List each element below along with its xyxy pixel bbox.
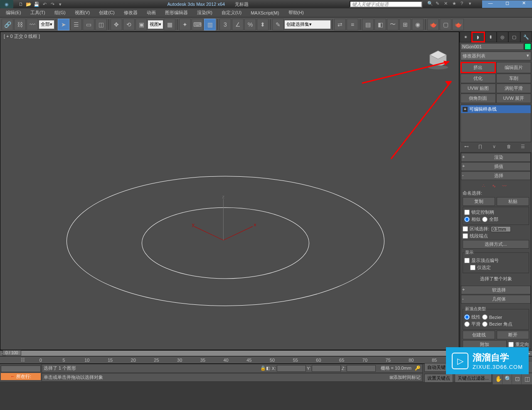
only-selected-checkbox[interactable]: [470, 265, 475, 270]
frame-indicator[interactable]: 0 / 100: [2, 350, 21, 356]
viewcube[interactable]: [426, 49, 451, 69]
all-radio[interactable]: [482, 217, 488, 222]
add-time-tag-button[interactable]: 添加时间标记: [393, 374, 421, 380]
vertex-subobj-icon[interactable]: ∴: [482, 183, 490, 188]
modifier-list-dropdown[interactable]: 修改器列表▾: [461, 52, 531, 60]
script-mini-listener[interactable]: [1, 366, 41, 372]
rotate-icon[interactable]: ⟲: [123, 19, 135, 30]
rollout-geometry[interactable]: -几何体: [461, 295, 531, 304]
exchange-icon[interactable]: ✕: [444, 1, 451, 7]
edit-named-sel-icon[interactable]: ✎: [272, 19, 284, 30]
help-icon[interactable]: ?: [461, 1, 467, 7]
scale-icon[interactable]: ▣: [135, 19, 147, 30]
track-config-icon[interactable]: ☷: [17, 357, 29, 363]
create-line-button[interactable]: 创建线: [463, 331, 495, 339]
maximize-button[interactable]: ◻: [499, 0, 515, 8]
motion-tab-icon[interactable]: ◎: [497, 32, 508, 42]
quick-turbosmooth-button[interactable]: 涡轮平滑: [496, 84, 532, 93]
menu-maxscript[interactable]: MAXScript(M): [246, 10, 283, 16]
hierarchy-tab-icon[interactable]: ⬍: [485, 32, 497, 42]
angle-snap-icon[interactable]: ∠: [232, 19, 244, 30]
rollout-area[interactable]: +渲染 +插值 -选择 ∴ ∿ 〰 命名选择: 复制 粘贴 锁定控制柄 相似: [461, 152, 531, 349]
rollout-soft-selection[interactable]: +软选择: [461, 286, 531, 294]
qat-dropdown-icon[interactable]: ▾: [57, 1, 64, 7]
select-by-button[interactable]: 选择方式...: [463, 240, 529, 249]
menu-modifiers[interactable]: 修改器: [120, 9, 142, 17]
reorient-checkbox[interactable]: [508, 342, 514, 347]
redo-icon[interactable]: ↷: [49, 1, 56, 7]
show-vert-num-checkbox[interactable]: [464, 258, 470, 263]
schematic-view-icon[interactable]: ⊞: [399, 19, 411, 30]
smooth-radio[interactable]: [464, 321, 470, 327]
minimize-button[interactable]: —: [482, 0, 499, 8]
menu-render[interactable]: 渲染(R): [193, 9, 217, 17]
render-icon[interactable]: 🫖: [452, 19, 464, 30]
key-filters-button[interactable]: 关键点过滤器...: [455, 374, 492, 383]
help-drop-icon[interactable]: ▾: [469, 1, 475, 7]
render-setup-icon[interactable]: 🫖: [427, 19, 439, 30]
object-name-input[interactable]: [461, 43, 524, 50]
menu-group[interactable]: 组(G): [50, 9, 70, 17]
unlink-icon[interactable]: ⛓: [14, 19, 26, 30]
pivot-center-icon[interactable]: ▦: [164, 19, 175, 30]
menu-edit[interactable]: 编辑(E): [2, 9, 25, 17]
snap-3d-icon[interactable]: 3: [219, 19, 231, 30]
segment-end-checkbox[interactable]: [463, 233, 468, 239]
quick-lathe-button[interactable]: 车削: [496, 74, 532, 83]
create-tab-icon[interactable]: ✴: [460, 32, 471, 42]
paste-selection-button[interactable]: 粘贴: [497, 197, 529, 206]
move-icon[interactable]: ✥: [111, 19, 122, 30]
help-search-input[interactable]: [350, 1, 422, 7]
app-icon[interactable]: ◉: [0, 0, 13, 8]
remove-modifier-icon[interactable]: 🗑: [507, 144, 513, 151]
named-selection-dropdown[interactable]: 创建选择集 ▾: [285, 20, 330, 29]
layer-manager-icon[interactable]: ▤: [362, 19, 374, 30]
modify-tab-icon[interactable]: ◗: [471, 32, 485, 42]
keyboard-shortcut-icon[interactable]: ⌨: [192, 19, 203, 30]
make-unique-icon[interactable]: ∨: [493, 144, 499, 151]
bezier-radio[interactable]: [482, 314, 488, 320]
lock-handles-checkbox[interactable]: [464, 210, 470, 215]
spline-subobj-icon[interactable]: 〰: [502, 183, 510, 188]
bind-space-warp-icon[interactable]: 〰: [27, 19, 38, 30]
configure-sets-icon[interactable]: ☰: [521, 144, 527, 151]
modifier-stack[interactable]: + 可编辑样条线: [461, 105, 531, 142]
lock-selection-icon[interactable]: 🔒: [260, 366, 266, 371]
maximize-viewport-icon[interactable]: ◫: [521, 373, 532, 385]
bezier-corner-radio[interactable]: [482, 321, 488, 327]
align-icon[interactable]: ≡: [347, 19, 358, 30]
close-button[interactable]: ✕: [515, 0, 532, 8]
viewport[interactable]: [ + 0 正交 0 线框 ] x y z x y z: [0, 32, 459, 350]
material-editor-icon[interactable]: ◉: [412, 19, 424, 30]
y-coord-input[interactable]: [312, 365, 341, 372]
quick-bevel-profile-button[interactable]: 倒角剖面: [461, 94, 496, 103]
show-end-result-icon[interactable]: ∏: [478, 144, 485, 151]
menu-customize[interactable]: 自定义(U): [217, 9, 246, 17]
select-object-icon[interactable]: ➤: [58, 19, 69, 30]
mirror-icon[interactable]: ⇄: [334, 19, 346, 30]
quick-extrude-button[interactable]: 挤出: [461, 62, 496, 73]
curve-editor-icon[interactable]: 〜: [387, 19, 399, 30]
render-frame-icon[interactable]: ▢: [440, 19, 451, 30]
window-crossing-icon[interactable]: ◫: [95, 19, 107, 30]
select-by-name-icon[interactable]: ☰: [70, 19, 82, 30]
break-button[interactable]: 断开: [497, 331, 529, 339]
percent-snap-icon[interactable]: %: [244, 19, 256, 30]
graphite-icon[interactable]: ◧: [374, 19, 386, 30]
manipulate-icon[interactable]: ✦: [179, 19, 191, 30]
expand-icon[interactable]: +: [463, 107, 468, 112]
search-icon[interactable]: 🔍: [427, 1, 434, 7]
menu-help[interactable]: 帮助(H): [284, 9, 308, 17]
key-mode-icon[interactable]: 🔑: [415, 366, 421, 371]
time-tag-icon[interactable]: ⊞: [389, 375, 393, 380]
menu-view[interactable]: 视图(V): [71, 9, 94, 17]
z-coord-input[interactable]: [347, 365, 376, 372]
menu-tools[interactable]: 工具(T): [26, 9, 49, 17]
menu-graph[interactable]: 图形编辑器: [161, 9, 192, 17]
linear-radio[interactable]: [464, 314, 470, 320]
rollout-render[interactable]: +渲染: [461, 153, 531, 162]
menu-create[interactable]: 创建(C): [95, 9, 118, 17]
quick-optimize-button[interactable]: 优化: [461, 74, 496, 83]
display-tab-icon[interactable]: ▢: [508, 32, 520, 42]
segment-subobj-icon[interactable]: ∿: [492, 183, 500, 188]
